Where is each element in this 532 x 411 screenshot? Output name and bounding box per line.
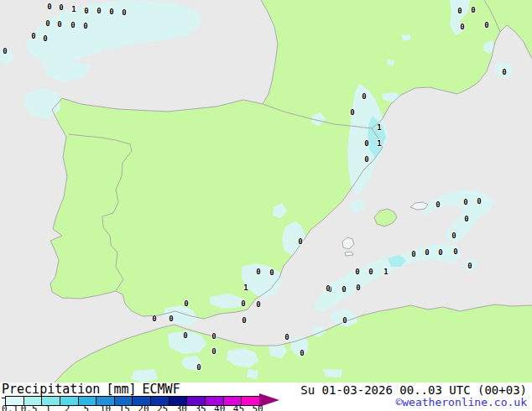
legend-parameter-label: Precipitation	[2, 382, 100, 397]
color-scale-tick: 2	[65, 403, 70, 411]
island-formentera	[345, 252, 353, 256]
weather-map	[0, 0, 532, 382]
precip-area-morocco-3	[247, 369, 258, 379]
color-scale-tick: 50	[252, 403, 263, 411]
precip-area-france-5	[387, 60, 394, 65]
color-scale-tick: 15	[119, 403, 130, 411]
color-scale-tick: 35	[195, 403, 206, 411]
color-scale-tick: 20	[138, 403, 149, 411]
legend-model-label: ECMWF	[143, 382, 180, 397]
legend-units-label: [mm]	[106, 382, 136, 397]
color-scale-tick: 0.1	[2, 403, 18, 411]
color-scale-tick: 1	[45, 403, 51, 411]
forecast-datetime: Su 01-03-2026 00..03 UTC (00+03)	[300, 383, 527, 397]
color-scale-tick-labels: 0.10.5125101520253035404550	[0, 403, 285, 411]
color-scale-tick: 10	[100, 403, 111, 411]
color-scale-tick: 0.5	[21, 403, 38, 411]
weather-map-page: 0010000000000000000001010000000000000100…	[0, 0, 532, 411]
color-scale-tick: 45	[233, 403, 244, 411]
color-scale-tick: 5	[83, 403, 89, 411]
color-scale-tick: 25	[157, 403, 168, 411]
precip-area-morocco-2	[323, 369, 342, 377]
copyright-link[interactable]: ©weatheronline.co.uk	[395, 396, 527, 408]
color-scale-tick: 40	[214, 403, 225, 411]
color-scale-tick: 30	[176, 403, 187, 411]
